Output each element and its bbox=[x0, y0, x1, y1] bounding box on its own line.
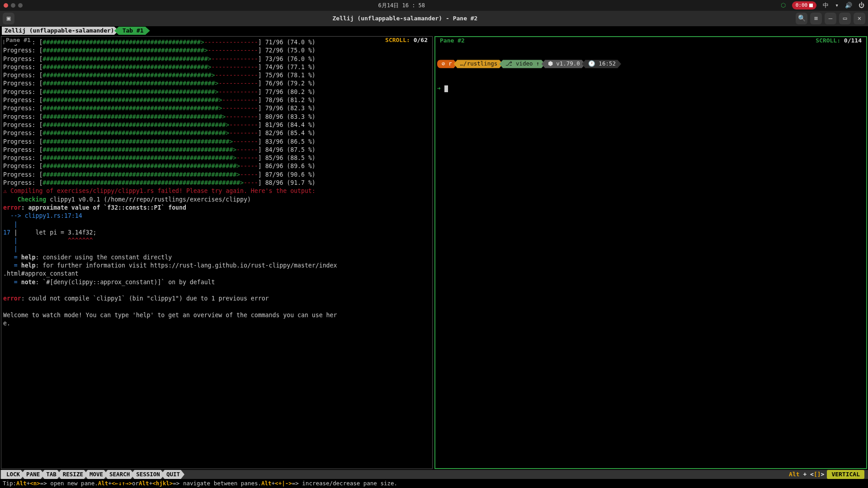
minimize-button[interactable]: — bbox=[825, 13, 836, 24]
statusbar-seg-quit[interactable]: QUIT bbox=[161, 470, 184, 479]
tip-k1: Alt bbox=[16, 479, 27, 488]
progress-line: Progress: [#############################… bbox=[3, 171, 430, 179]
hamburger-menu-button[interactable]: ≡ bbox=[810, 13, 822, 24]
window-title: Zellij (unflappable-salamander) - Pane #… bbox=[14, 14, 796, 23]
vertical-indicator: VERTICAL bbox=[827, 470, 864, 479]
progress-line: Progress: [#############################… bbox=[3, 154, 430, 162]
prompt-arrow-icon: ➜ bbox=[437, 85, 441, 92]
progress-line: Progress: [#############################… bbox=[3, 88, 430, 96]
tip-k6: <hjkl> bbox=[152, 479, 173, 488]
tip-k8: <+|-> bbox=[275, 479, 292, 488]
prompt-branch: video ↑ bbox=[512, 60, 539, 67]
prompt-time: 16:52 bbox=[599, 60, 616, 67]
tip-p2: => open new pane. bbox=[40, 479, 98, 488]
wifi-icon[interactable]: ▾ bbox=[835, 1, 839, 9]
tip-k2: <n> bbox=[30, 479, 40, 488]
panes-container: Pane #1 SCROLL: 0/62 Progress: [########… bbox=[0, 35, 868, 470]
tip-p4: or bbox=[132, 479, 139, 488]
pane-1[interactable]: Pane #1 SCROLL: 0/62 Progress: [########… bbox=[1, 36, 433, 469]
tip-p5: + bbox=[149, 479, 153, 488]
pane-2-scroll-label: SCROLL: bbox=[816, 37, 840, 44]
brackets-text: [] bbox=[814, 471, 821, 478]
window-traffic-lights bbox=[4, 3, 23, 8]
progress-line: Progress: [#############################… bbox=[3, 80, 430, 88]
final-error: error: could not compile `clippy1` (bin … bbox=[3, 295, 430, 303]
stop-record-icon bbox=[809, 4, 813, 7]
help-line-2: = help: for further information visit ht… bbox=[3, 262, 430, 270]
statusbar-seg-search[interactable]: SEARCH bbox=[104, 470, 134, 479]
pane-2[interactable]: Pane #2 SCROLL: 0/114 ⊘ r …/rustlings ⎇ … bbox=[434, 36, 867, 469]
pane-2-scroll: SCROLL: 0/114 bbox=[814, 37, 863, 45]
prompt-rust-seg: ⬢ v1.79.0 bbox=[542, 60, 585, 68]
shell-prompt-line[interactable]: ➜ bbox=[437, 84, 864, 93]
tip-p3: + bbox=[108, 479, 112, 488]
maximize-button[interactable]: ▭ bbox=[839, 13, 851, 24]
shell-prompt-segments: ⊘ r …/rustlings ⎇ video ↑ ⬢ v1.79.0 🕐 16… bbox=[437, 60, 864, 68]
ime-indicator[interactable]: 中 bbox=[823, 1, 829, 9]
help-line-2b: .html#approx_constant bbox=[3, 270, 430, 278]
prompt-branch-seg: ⎇ video ↑ bbox=[499, 60, 545, 68]
zellij-tipbar: Tip: Alt + <n> => open new pane. Alt + <… bbox=[0, 479, 868, 488]
tip-prefix: Tip: bbox=[3, 479, 16, 488]
pane-1-title: Pane #1 bbox=[4, 36, 33, 44]
new-tab-button[interactable]: ▣ bbox=[3, 13, 14, 24]
close-button[interactable]: ✕ bbox=[854, 13, 865, 24]
shield-icon[interactable]: ⬡ bbox=[781, 1, 786, 9]
cursor-icon bbox=[444, 85, 448, 92]
session-name: Zellij (unflappable-salamander) bbox=[2, 27, 119, 35]
screen-record-pill[interactable]: 0:00 bbox=[792, 1, 817, 9]
statusbar-right: Alt + <[]> VERTICAL bbox=[789, 470, 867, 479]
error-pipe2: | bbox=[3, 245, 430, 253]
prompt-rust: v1.79.0 bbox=[553, 60, 580, 67]
tip-k3: Alt bbox=[98, 479, 108, 488]
pane-1-scroll: SCROLL: 0/62 bbox=[383, 36, 429, 44]
tip-p1: + bbox=[27, 479, 30, 488]
search-button[interactable]: 🔍 bbox=[796, 13, 807, 24]
pane-2-scroll-num: 0/114 bbox=[844, 37, 862, 44]
pane-1-scroll-num: 0/62 bbox=[414, 37, 428, 43]
max-dot-icon[interactable] bbox=[18, 3, 23, 8]
progress-line: Progress: [#############################… bbox=[3, 38, 430, 47]
statusbar-alt-hint: Alt + <[]> bbox=[789, 470, 824, 479]
progress-line: Progress: [#############################… bbox=[3, 129, 430, 137]
help-line-1: = help: consider using the constant dire… bbox=[3, 253, 430, 262]
power-icon[interactable]: ⏻ bbox=[859, 1, 864, 9]
zellij-tabbar: Zellij (unflappable-salamander) Tab #1 bbox=[0, 26, 868, 35]
progress-line: Progress: [#############################… bbox=[3, 179, 430, 187]
progress-line: Progress: [#############################… bbox=[3, 96, 430, 104]
close-bracket: > bbox=[821, 471, 825, 478]
prompt-time-seg: 🕐 16:52 bbox=[582, 60, 621, 68]
progress-line: Progress: [#############################… bbox=[3, 113, 430, 121]
tip-k7: Alt bbox=[261, 479, 272, 488]
tip-k4: <←↓↑→> bbox=[112, 479, 132, 488]
pane-2-title: Pane #2 bbox=[438, 37, 467, 45]
welcome-line2: e. bbox=[3, 319, 430, 328]
error-src-line: 17 | let pi = 3.14f32; bbox=[3, 229, 430, 237]
tip-p8: => increase/decrease pane size. bbox=[292, 479, 397, 488]
progress-line: Progress: [#############################… bbox=[3, 104, 430, 113]
tab-1[interactable]: Tab #1 bbox=[114, 27, 150, 35]
error-pipe: | bbox=[3, 221, 430, 229]
statusbar-seg-resize[interactable]: RESIZE bbox=[57, 470, 88, 479]
pane-2-body: ⊘ r …/rustlings ⎇ video ↑ ⬢ v1.79.0 🕐 16… bbox=[435, 37, 866, 111]
progress-line: Progress: [#############################… bbox=[3, 162, 430, 170]
error-location: --> clippy1.rs:17:14 bbox=[3, 212, 430, 220]
zellij-statusbar: LOCK PANE TAB RESIZE MOVE SEARCH SESSION… bbox=[0, 470, 868, 479]
pane-1-body: Progress: [#############################… bbox=[1, 37, 432, 329]
checking-line: Checking clippy1 v0.0.1 (/home/r/repo/ru… bbox=[3, 196, 430, 204]
error-header: error: approximate value of `f32::consts… bbox=[3, 204, 430, 212]
plus-text: + < bbox=[800, 471, 814, 478]
progress-line: Progress: [#############################… bbox=[3, 146, 430, 154]
close-dot-icon[interactable] bbox=[4, 3, 8, 8]
statusbar-seg-session[interactable]: SESSION bbox=[131, 470, 165, 479]
min-dot-icon[interactable] bbox=[11, 3, 15, 8]
system-topbar: 6月14日 16 : 58 ⬡ 0:00 中 ▾ 🔊 ⏻ bbox=[0, 0, 868, 11]
tip-p6: => navigate between panes. bbox=[173, 479, 261, 488]
progress-line: Progress: [#############################… bbox=[3, 55, 430, 63]
volume-icon[interactable]: 🔊 bbox=[845, 1, 852, 9]
blank-line2 bbox=[3, 303, 430, 311]
progress-line: Progress: [#############################… bbox=[3, 47, 430, 55]
tip-k5: Alt bbox=[139, 479, 149, 488]
alt-key: Alt bbox=[789, 471, 799, 478]
system-clock: 6月14日 16 : 58 bbox=[23, 2, 781, 9]
